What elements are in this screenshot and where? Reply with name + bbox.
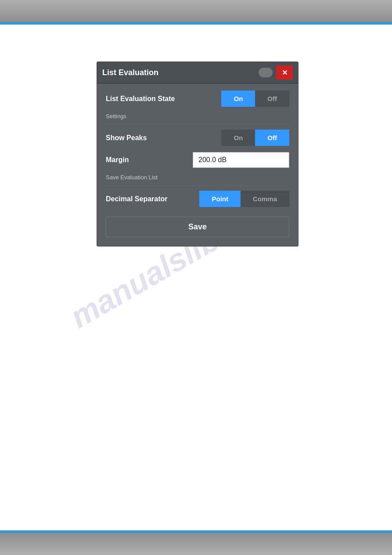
list-evaluation-state-label: List Evaluation State	[106, 95, 176, 103]
decimal-separator-point-button[interactable]: Point	[199, 191, 241, 207]
list-evaluation-state-on-button[interactable]: On	[221, 91, 255, 107]
list-evaluation-state-row: List Evaluation State On Off	[106, 91, 289, 107]
save-evaluation-section-label: Save Evaluation List	[106, 174, 289, 181]
decimal-separator-comma-button[interactable]: Comma	[241, 191, 289, 207]
top-bar-blue-line	[0, 22, 392, 25]
settings-divider	[106, 124, 289, 124]
top-bar	[0, 0, 392, 24]
list-evaluation-state-toggle: On Off	[221, 91, 289, 107]
dialog-title: List Evaluation	[102, 68, 158, 77]
list-evaluation-dialog: List Evaluation ✕ List Evaluation State …	[97, 62, 298, 247]
list-evaluation-state-off-button[interactable]: Off	[255, 91, 289, 107]
show-peaks-on-button[interactable]: On	[221, 130, 255, 146]
dialog-icon	[259, 68, 273, 77]
save-button-row: Save	[106, 213, 289, 239]
settings-section-label: Settings	[106, 113, 289, 120]
decimal-separator-row: Decimal Separator Point Comma	[106, 191, 289, 207]
margin-row: Margin	[106, 152, 289, 168]
show-peaks-label: Show Peaks	[106, 134, 176, 142]
dialog-body: List Evaluation State On Off Settings Sh…	[97, 83, 298, 246]
dialog-close-button[interactable]: ✕	[276, 65, 293, 80]
show-peaks-toggle: On Off	[221, 130, 289, 146]
margin-input[interactable]	[193, 152, 289, 168]
show-peaks-off-button[interactable]: Off	[255, 130, 289, 146]
decimal-separator-label: Decimal Separator	[106, 195, 176, 203]
decimal-separator-toggle: Point Comma	[199, 191, 289, 207]
bottom-bar	[0, 531, 392, 555]
save-evaluation-divider	[106, 185, 289, 185]
bottom-bar-blue-line	[0, 530, 392, 533]
show-peaks-row: Show Peaks On Off	[106, 130, 289, 146]
save-button[interactable]: Save	[106, 217, 289, 237]
dialog-titlebar-right: ✕	[259, 65, 293, 80]
margin-label: Margin	[106, 156, 176, 164]
dialog-titlebar: List Evaluation ✕	[97, 62, 298, 83]
